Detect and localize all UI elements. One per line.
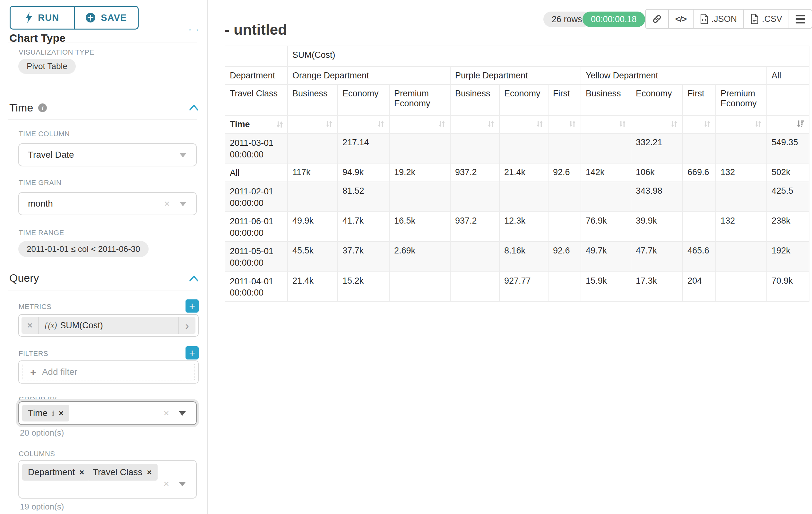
sort-icon[interactable] [325,119,334,128]
value-cell [450,182,499,212]
clear-icon[interactable]: × [163,408,169,418]
sort-icon[interactable] [276,120,284,129]
column-sort-cell[interactable] [499,115,548,133]
value-cell: 21.4k [499,163,548,182]
travel-class-row-label: Travel Class [225,84,288,115]
query-section-title: Query [9,272,39,283]
pivot-table-container: SUM(Cost)DepartmentOrange DepartmentPurp… [225,46,809,302]
value-cell: 49.9k [288,212,338,242]
department-header-cell: All [767,66,809,84]
chevron-right-icon[interactable]: › [178,317,196,334]
column-sort-cell[interactable] [767,115,809,133]
value-cell: 132 [716,212,767,242]
value-cell: 16.5k [389,212,450,242]
sort-icon[interactable] [618,119,627,128]
remove-chip-icon[interactable]: × [59,408,63,418]
value-cell [389,272,450,302]
link-icon [652,14,662,24]
value-cell: 21.4k [288,272,338,302]
section-divider [8,119,197,120]
column-sort-cell[interactable] [389,115,450,133]
remove-chip-icon[interactable]: × [147,467,152,477]
info-icon[interactable]: i [52,409,54,417]
value-cell: 343.98 [631,182,683,212]
control-panel: Chart Type RUN SAVE VISUALIZATION TYPE [0,0,208,514]
value-cell [548,272,581,302]
time-section-header: Time i [9,102,47,114]
group-by-select[interactable]: Time i × × [18,401,197,425]
value-cell: 425.5 [767,182,809,212]
column-sort-cell[interactable] [288,115,338,133]
chip-label: Travel Class [93,467,143,477]
time-column-select[interactable]: Travel Date [18,143,197,166]
time-section-title: Time [9,102,33,114]
columns-chip-travel-class[interactable]: Travel Class × [87,464,157,481]
hamburger-menu-icon [795,15,805,23]
column-sort-cell[interactable] [716,115,767,133]
sort-icon[interactable] [568,119,577,128]
group-by-chip-time[interactable]: Time i × [22,405,69,422]
sort-icon[interactable] [754,119,762,128]
column-sort-cell[interactable] [683,115,716,133]
column-sort-cell[interactable] [581,115,631,133]
visualization-type-pill[interactable]: Pivot Table [18,59,76,74]
travel-class-header-cell: Business [581,84,631,115]
columns-label: COLUMNS [19,450,55,458]
export-json-button[interactable]: .JSON [693,10,744,28]
time-sort-header[interactable]: Time [225,115,288,133]
metric-item[interactable]: × ƒ(x) SUM(Cost) › [22,317,196,334]
add-filter-plus-button[interactable]: + [185,346,199,359]
sort-icon[interactable] [487,119,495,128]
sort-desc-icon[interactable] [796,119,805,128]
value-cell [288,133,338,163]
value-cell: 45.5k [288,242,338,271]
add-filter-button[interactable]: + Add filter [22,364,195,380]
sort-icon[interactable] [703,119,712,128]
time-grain-value: month [28,198,53,209]
export-csv-button[interactable]: .CSV [743,10,789,28]
add-metric-button[interactable]: + [185,299,199,313]
time-range-pill[interactable]: 2011-01-01 ≤ col < 2011-06-30 [18,241,149,257]
column-sort-cell[interactable] [548,115,581,133]
metric-header-cell: SUM(Cost) [288,46,809,66]
query-collapse-chevron-icon[interactable] [189,275,199,282]
value-cell: 132 [716,163,767,182]
columns-chip-department[interactable]: Department × [22,464,90,481]
run-button[interactable]: RUN [10,7,74,29]
value-cell: 142k [581,163,631,182]
results-menu-button[interactable] [789,10,812,28]
column-sort-cell[interactable] [631,115,683,133]
value-cell: 502k [767,163,809,182]
view-query-button[interactable]: </> [668,10,693,28]
remove-metric-icon[interactable]: × [22,317,39,334]
value-cell [450,242,499,271]
time-grain-select[interactable]: month × [18,192,197,215]
value-cell: 70.9k [767,272,809,302]
copy-link-button[interactable] [646,10,668,28]
chart-title[interactable]: - untitled [225,21,287,38]
sort-icon[interactable] [437,119,446,128]
info-icon[interactable]: i [38,104,47,112]
time-collapse-chevron-icon[interactable] [189,104,199,111]
value-cell: 2.69k [389,242,450,271]
value-cell: 39.9k [631,212,683,242]
value-cell [548,212,581,242]
value-cell [683,182,716,212]
column-sort-cell[interactable] [450,115,499,133]
value-cell [716,182,767,212]
value-cell: 12.3k [499,212,548,242]
sort-icon[interactable] [670,119,678,128]
value-cell [499,182,548,212]
save-button[interactable]: SAVE [74,7,138,29]
remove-chip-icon[interactable]: × [79,467,84,477]
value-cell: 217.14 [338,133,389,163]
clear-icon[interactable]: × [164,198,170,209]
sort-icon[interactable] [535,119,544,128]
clear-icon[interactable]: × [163,478,169,489]
chart-type-section-title: Chart Type [9,32,65,44]
metrics-box: × ƒ(x) SUM(Cost) › [18,314,199,337]
column-sort-cell[interactable] [338,115,389,133]
columns-select[interactable]: Department × Travel Class × × [18,460,197,498]
time-grain-label: TIME GRAIN [19,179,61,187]
sort-icon[interactable] [376,119,385,128]
